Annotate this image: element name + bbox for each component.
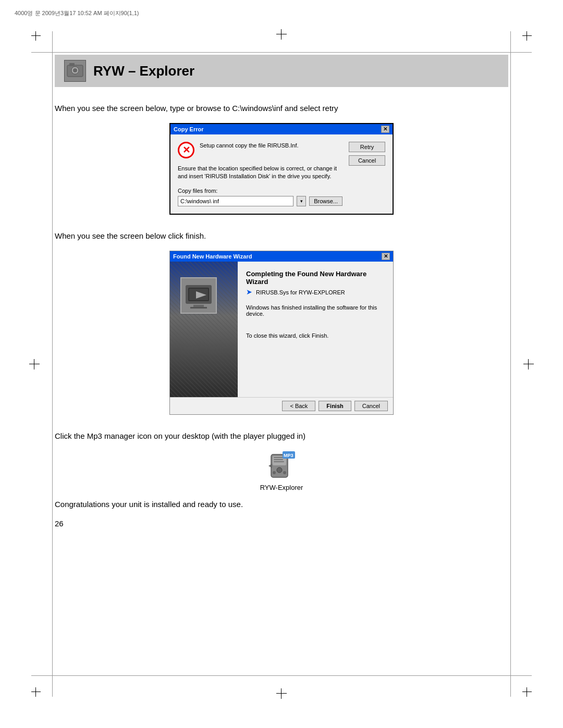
wizard-cancel-button[interactable]: Cancel: [354, 401, 388, 411]
header-icon: [64, 60, 86, 82]
corner-mark-tr: [522, 31, 532, 41]
header-title: RYW – Explorer: [93, 63, 194, 79]
copy-from-input[interactable]: [178, 196, 293, 206]
wizard-close-message: To close this wizard, click Finish.: [246, 332, 385, 339]
header-banner: RYW – Explorer: [55, 55, 508, 87]
corner-mark-br: [522, 687, 532, 697]
crosshair-top: [276, 29, 287, 40]
svg-rect-8: [193, 305, 204, 307]
crosshair-bottom: [276, 688, 287, 699]
mp3-icon-container: MP3 RYW-Explorer: [260, 450, 303, 491]
svg-text:MP3: MP3: [284, 453, 293, 458]
wizard-title: Found New Hardware Wizard: [173, 253, 252, 260]
wizard-filename: ➤ RIRUSB.Sys for RYW-EXPLORER: [246, 288, 385, 296]
cancel-button[interactable]: Cancel: [349, 155, 385, 166]
mp3-icon-label: RYW-Explorer: [260, 484, 303, 491]
wizard-success-message: Windows has finished installing the soft…: [246, 304, 385, 317]
svg-point-16: [273, 471, 276, 474]
wizard-filename-text: RIRUSB.Sys for RYW-EXPLORER: [256, 289, 345, 295]
dropdown-arrow-icon[interactable]: ▾: [297, 196, 306, 206]
copy-error-body: ✕ Setup cannot copy the file RIRUSB.Inf.…: [170, 134, 393, 214]
svg-rect-9: [190, 307, 207, 309]
trim-line-top: [31, 52, 532, 53]
wizard-dialog: Found New Hardware Wizard ✕: [169, 251, 394, 415]
crosshair-right: [523, 359, 534, 369]
copy-error-buttons: Retry Cancel: [349, 142, 385, 207]
page-header: 4000영 문 2009년3월17 10:52 AM 페이지90(1,1): [15, 9, 139, 17]
svg-rect-14: [274, 461, 284, 462]
step3-instruction: Click the Mp3 manager icon on your deskt…: [55, 430, 508, 442]
wizard-body: Completing the Found New Hardware Wizard…: [170, 262, 393, 397]
copy-from-label: Copy files from:: [178, 188, 342, 194]
trim-line-bottom: [31, 675, 532, 676]
copy-error-title: Copy Error: [174, 126, 203, 132]
corner-mark-tl: [31, 31, 41, 41]
svg-point-15: [277, 467, 282, 473]
content-area: RYW – Explorer When you see the screen b…: [55, 55, 508, 673]
arrow-icon: ➤: [246, 288, 252, 296]
copy-error-close-button[interactable]: ✕: [381, 126, 389, 133]
wizard-main-title: Completing the Found New Hardware Wizard: [246, 270, 385, 286]
copy-error-sub-message: Ensure that the location specified below…: [178, 165, 342, 181]
retry-button[interactable]: Retry: [349, 142, 385, 152]
copy-error-dialog: Copy Error ✕ ✕ Setup cannot copy the fil…: [169, 123, 394, 215]
corner-mark-bl: [31, 687, 41, 697]
browse-button[interactable]: Browse...: [309, 196, 342, 206]
copy-error-main-message: Setup cannot copy the file RIRUSB.Inf.: [200, 142, 299, 150]
wizard-right-panel: Completing the Found New Hardware Wizard…: [238, 262, 393, 397]
svg-point-17: [283, 471, 286, 474]
trim-line-left: [52, 31, 53, 697]
crosshair-left: [29, 359, 40, 369]
trim-line-right: [510, 31, 511, 697]
wizard-close-button[interactable]: ✕: [382, 253, 390, 260]
copy-error-left: ✕ Setup cannot copy the file RIRUSB.Inf.…: [178, 142, 342, 207]
wizard-titlebar: Found New Hardware Wizard ✕: [170, 251, 393, 262]
finish-button[interactable]: Finish: [319, 401, 351, 411]
copy-error-titlebar: Copy Error ✕: [170, 124, 393, 134]
step1-instruction: When you see the screen below, type or b…: [55, 103, 508, 115]
page-number: 26: [55, 519, 508, 528]
svg-rect-1: [69, 63, 75, 66]
wizard-panel-icon: [180, 277, 217, 314]
wizard-footer: < Back Finish Cancel: [170, 397, 393, 414]
copy-from-row: ▾ Browse...: [178, 196, 342, 206]
congrats-text: Congratulations your unit is installed a…: [55, 500, 508, 509]
svg-point-3: [73, 68, 77, 72]
wizard-left-panel: [170, 262, 238, 397]
step2-instruction: When you see the screen below click fini…: [55, 230, 508, 242]
back-button[interactable]: < Back: [282, 401, 315, 411]
svg-rect-13: [274, 459, 283, 460]
mp3-manager-icon: MP3: [266, 450, 297, 482]
svg-marker-20: [268, 464, 272, 468]
error-icon: ✕: [178, 142, 194, 158]
